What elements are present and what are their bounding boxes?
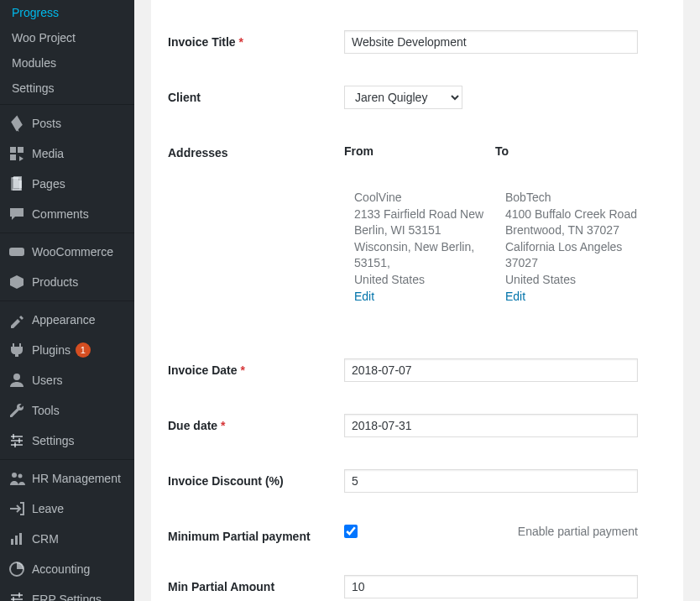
row-due-date: Due date * xyxy=(168,400,666,456)
row-min-partial-amount: Min Partial Amount xyxy=(168,562,666,601)
media-icon xyxy=(8,145,25,162)
sidebar-sub-settings[interactable]: Settings xyxy=(0,76,134,101)
pin-icon xyxy=(8,115,25,132)
sidebar-item-users[interactable]: Users xyxy=(0,365,134,395)
settings-icon xyxy=(8,432,25,449)
sidebar-label: Media xyxy=(32,147,64,160)
to-line1: 4100 Buffalo Creek Road Brentwood, TN 37… xyxy=(505,206,646,239)
svg-point-3 xyxy=(13,374,20,380)
sidebar-item-crm[interactable]: CRM xyxy=(0,524,134,554)
svg-rect-14 xyxy=(19,533,22,545)
discount-label: Invoice Discount (%) xyxy=(168,474,284,488)
sidebar-label: ERP Settings xyxy=(32,593,102,601)
sidebar-item-erp-settings[interactable]: ERP Settings xyxy=(0,584,134,601)
svg-rect-5 xyxy=(11,440,23,442)
min-partial-amount-input[interactable] xyxy=(344,575,638,598)
to-heading: To xyxy=(495,144,646,158)
sidebar-label: Leave xyxy=(32,502,64,515)
sidebar-item-plugins[interactable]: Plugins 1 xyxy=(0,335,134,365)
admin-sidebar: Progress Woo Project Modules Settings Po… xyxy=(0,0,134,601)
required-marker: * xyxy=(221,419,225,432)
users-icon xyxy=(8,372,25,389)
from-edit-link[interactable]: Edit xyxy=(354,290,374,303)
sidebar-label: CRM xyxy=(32,532,59,546)
to-line3: United States xyxy=(505,272,646,289)
sidebar-label: Posts xyxy=(32,117,61,130)
plugins-icon xyxy=(8,342,25,358)
from-name: CoolVine xyxy=(354,190,495,206)
required-marker: * xyxy=(240,363,244,377)
sidebar-label: Settings xyxy=(32,434,75,447)
erp-settings-icon xyxy=(8,591,25,601)
sidebar-label: Products xyxy=(32,275,78,289)
min-partial-hint: Enable partial payment xyxy=(518,525,638,538)
sidebar-label: WooCommerce xyxy=(32,245,113,259)
svg-rect-2 xyxy=(9,248,24,256)
svg-rect-13 xyxy=(15,536,18,545)
to-line2: California Los Angeles 37027 xyxy=(505,239,646,272)
from-line1: 2133 Fairfield Road New Berlin, WI 53151 xyxy=(354,206,495,239)
to-address-col: To BobTech 4100 Buffalo Creek Road Brent… xyxy=(495,144,646,305)
woocommerce-icon xyxy=(8,243,25,260)
sidebar-item-media[interactable]: Media xyxy=(0,138,134,169)
discount-input[interactable] xyxy=(344,469,638,493)
svg-rect-16 xyxy=(11,594,23,596)
client-select[interactable]: Jaren Quigley xyxy=(344,86,462,109)
sidebar-sub-woo-project[interactable]: Woo Project xyxy=(0,25,134,50)
sidebar-submenu: Progress Woo Project Modules Settings xyxy=(0,0,134,101)
main-content: Invoice Title * Client Jaren Quigley Add… xyxy=(134,0,700,601)
sidebar-item-woocommerce[interactable]: WooCommerce xyxy=(0,237,134,267)
invoice-date-label: Invoice Date xyxy=(168,363,237,377)
comments-icon xyxy=(8,206,25,222)
svg-rect-12 xyxy=(11,539,13,545)
sidebar-label: Users xyxy=(32,374,63,387)
sidebar-label: Comments xyxy=(32,207,89,221)
row-invoice-title: Invoice Title * xyxy=(168,17,666,72)
svg-point-11 xyxy=(18,474,23,478)
hr-icon xyxy=(8,470,25,487)
to-edit-link[interactable]: Edit xyxy=(505,290,525,303)
plugins-update-badge: 1 xyxy=(76,342,91,358)
sidebar-item-hr[interactable]: HR Management xyxy=(0,463,134,494)
from-heading: From xyxy=(344,144,495,158)
sidebar-item-comments[interactable]: Comments xyxy=(0,199,134,229)
sidebar-item-accounting[interactable]: Accounting xyxy=(0,554,134,584)
appearance-icon xyxy=(8,311,25,328)
client-label: Client xyxy=(168,91,201,104)
sidebar-label: Plugins xyxy=(32,343,71,357)
svg-rect-9 xyxy=(14,442,16,447)
from-line2: Wisconsin, New Berlin, 53151, xyxy=(354,239,495,272)
row-addresses: Addresses From CoolVine 2133 Fairfield R… xyxy=(168,128,666,345)
invoice-title-input[interactable] xyxy=(344,30,638,54)
svg-rect-1 xyxy=(13,176,22,188)
invoice-form-panel: Invoice Title * Client Jaren Quigley Add… xyxy=(151,0,683,601)
addresses-label: Addresses xyxy=(168,146,228,159)
sidebar-item-pages[interactable]: Pages xyxy=(0,169,134,199)
crm-icon xyxy=(8,530,25,547)
sidebar-item-tools[interactable]: Tools xyxy=(0,395,134,426)
due-date-input[interactable] xyxy=(344,414,638,437)
invoice-title-label: Invoice Title xyxy=(168,35,236,49)
min-partial-label: Minimum Partial payment xyxy=(168,530,311,543)
accounting-icon xyxy=(8,561,25,577)
due-date-label: Due date xyxy=(168,419,217,432)
sidebar-item-leave[interactable]: Leave xyxy=(0,494,134,524)
sidebar-item-settings[interactable]: Settings xyxy=(0,426,134,456)
from-address-col: From CoolVine 2133 Fairfield Road New Be… xyxy=(344,144,495,305)
svg-point-10 xyxy=(12,473,17,478)
from-line3: United States xyxy=(354,272,495,289)
products-icon xyxy=(8,274,25,290)
sidebar-label: Appearance xyxy=(32,313,96,327)
leave-icon xyxy=(8,500,25,517)
sidebar-item-products[interactable]: Products xyxy=(0,267,134,297)
sidebar-sub-modules[interactable]: Modules xyxy=(0,50,134,76)
sidebar-item-appearance[interactable]: Appearance xyxy=(0,305,134,335)
to-name: BobTech xyxy=(505,190,646,206)
sidebar-sub-progress[interactable]: Progress xyxy=(0,0,134,25)
min-partial-checkbox[interactable] xyxy=(344,525,358,538)
sidebar-item-posts[interactable]: Posts xyxy=(0,108,134,138)
invoice-date-input[interactable] xyxy=(344,358,638,382)
svg-rect-8 xyxy=(18,438,20,443)
svg-rect-6 xyxy=(11,444,23,446)
sidebar-label: HR Management xyxy=(32,472,121,485)
